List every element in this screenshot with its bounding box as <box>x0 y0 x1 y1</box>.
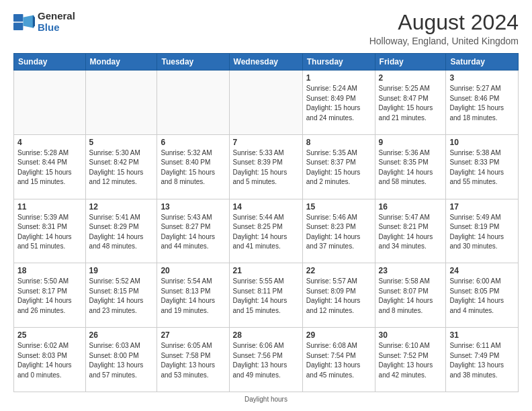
calendar-cell: 8Sunrise: 5:35 AM Sunset: 8:37 PM Daylig… <box>302 134 375 199</box>
calendar-cell: 1Sunrise: 5:24 AM Sunset: 8:49 PM Daylig… <box>302 71 375 135</box>
calendar-cell: 21Sunrise: 5:55 AM Sunset: 8:11 PM Dayli… <box>229 263 302 328</box>
day-info: Sunrise: 6:05 AM Sunset: 7:58 PM Dayligh… <box>161 341 225 380</box>
day-info: Sunrise: 5:54 AM Sunset: 8:13 PM Dayligh… <box>161 277 225 316</box>
day-info: Sunrise: 5:43 AM Sunset: 8:27 PM Dayligh… <box>161 213 225 252</box>
logo-line2: Blue <box>38 21 60 33</box>
day-number: 18 <box>17 266 82 275</box>
calendar-header-saturday: Saturday <box>446 54 519 71</box>
page: General Blue August 2024 Holloway, Engla… <box>0 0 532 411</box>
day-number: 29 <box>306 330 371 340</box>
day-number: 7 <box>233 138 299 147</box>
svg-rect-0 <box>13 14 23 21</box>
calendar-cell <box>14 71 86 135</box>
day-number: 22 <box>306 266 371 275</box>
day-info: Sunrise: 5:35 AM Sunset: 8:37 PM Dayligh… <box>306 148 371 187</box>
calendar-header-wednesday: Wednesday <box>229 54 302 71</box>
calendar-cell: 28Sunrise: 6:06 AM Sunset: 7:56 PM Dayli… <box>229 328 302 392</box>
day-number: 4 <box>17 138 82 147</box>
calendar-cell: 29Sunrise: 6:08 AM Sunset: 7:54 PM Dayli… <box>302 328 375 392</box>
calendar-week-2: 4Sunrise: 5:28 AM Sunset: 8:44 PM Daylig… <box>14 134 519 199</box>
day-info: Sunrise: 5:32 AM Sunset: 8:40 PM Dayligh… <box>161 148 225 187</box>
day-number: 26 <box>89 330 154 340</box>
day-number: 28 <box>233 330 299 340</box>
day-number: 24 <box>449 266 515 275</box>
day-number: 8 <box>306 138 371 147</box>
day-number: 5 <box>89 138 154 147</box>
calendar-cell: 6Sunrise: 5:32 AM Sunset: 8:40 PM Daylig… <box>157 134 229 199</box>
calendar-week-3: 11Sunrise: 5:39 AM Sunset: 8:31 PM Dayli… <box>14 199 519 263</box>
day-number: 14 <box>233 202 299 212</box>
calendar-header-row: SundayMondayTuesdayWednesdayThursdayFrid… <box>14 54 519 71</box>
calendar-cell: 17Sunrise: 5:49 AM Sunset: 8:19 PM Dayli… <box>446 199 519 263</box>
calendar-cell: 11Sunrise: 5:39 AM Sunset: 8:31 PM Dayli… <box>14 199 86 263</box>
day-number: 9 <box>379 138 443 147</box>
day-info: Sunrise: 6:06 AM Sunset: 7:56 PM Dayligh… <box>233 341 299 380</box>
calendar-cell: 30Sunrise: 6:10 AM Sunset: 7:52 PM Dayli… <box>375 328 446 392</box>
calendar-cell: 10Sunrise: 5:38 AM Sunset: 8:33 PM Dayli… <box>446 134 519 199</box>
calendar-cell: 2Sunrise: 5:25 AM Sunset: 8:47 PM Daylig… <box>375 71 446 135</box>
day-info: Sunrise: 6:11 AM Sunset: 7:49 PM Dayligh… <box>449 341 515 380</box>
calendar-header-friday: Friday <box>375 54 446 71</box>
day-info: Sunrise: 6:03 AM Sunset: 8:00 PM Dayligh… <box>89 341 154 380</box>
calendar-cell <box>229 71 302 135</box>
calendar-header-thursday: Thursday <box>302 54 375 71</box>
calendar-cell: 12Sunrise: 5:41 AM Sunset: 8:29 PM Dayli… <box>85 199 157 263</box>
day-info: Sunrise: 5:52 AM Sunset: 8:15 PM Dayligh… <box>89 277 154 316</box>
calendar-cell: 19Sunrise: 5:52 AM Sunset: 8:15 PM Dayli… <box>85 263 157 328</box>
day-number: 6 <box>161 138 225 147</box>
subtitle: Holloway, England, United Kingdom <box>369 36 519 46</box>
day-info: Sunrise: 5:41 AM Sunset: 8:29 PM Dayligh… <box>89 213 154 252</box>
calendar-cell <box>85 71 157 135</box>
day-info: Sunrise: 5:33 AM Sunset: 8:39 PM Dayligh… <box>233 148 299 187</box>
calendar-cell: 9Sunrise: 5:36 AM Sunset: 8:35 PM Daylig… <box>375 134 446 199</box>
calendar-cell: 18Sunrise: 5:50 AM Sunset: 8:17 PM Dayli… <box>14 263 86 328</box>
day-number: 17 <box>449 202 515 212</box>
day-number: 23 <box>379 266 443 275</box>
day-info: Sunrise: 5:49 AM Sunset: 8:19 PM Dayligh… <box>449 213 515 252</box>
calendar-week-5: 25Sunrise: 6:02 AM Sunset: 8:03 PM Dayli… <box>14 328 519 392</box>
day-number: 31 <box>449 330 515 340</box>
day-info: Sunrise: 5:25 AM Sunset: 8:47 PM Dayligh… <box>379 84 443 123</box>
day-info: Sunrise: 5:28 AM Sunset: 8:44 PM Dayligh… <box>17 148 82 187</box>
day-number: 27 <box>161 330 225 340</box>
day-info: Sunrise: 6:02 AM Sunset: 8:03 PM Dayligh… <box>17 341 82 380</box>
calendar-cell: 23Sunrise: 5:58 AM Sunset: 8:07 PM Dayli… <box>375 263 446 328</box>
logo-icon <box>13 13 35 32</box>
logo-line1: General <box>38 11 75 22</box>
day-info: Sunrise: 5:46 AM Sunset: 8:23 PM Dayligh… <box>306 213 371 252</box>
day-info: Sunrise: 5:44 AM Sunset: 8:25 PM Dayligh… <box>233 213 299 252</box>
svg-rect-1 <box>13 22 23 30</box>
day-info: Sunrise: 6:00 AM Sunset: 8:05 PM Dayligh… <box>449 277 515 316</box>
calendar-cell: 7Sunrise: 5:33 AM Sunset: 8:39 PM Daylig… <box>229 134 302 199</box>
calendar-cell: 26Sunrise: 6:03 AM Sunset: 8:00 PM Dayli… <box>85 328 157 392</box>
day-number: 25 <box>17 330 82 340</box>
calendar-cell: 27Sunrise: 6:05 AM Sunset: 7:58 PM Dayli… <box>157 328 229 392</box>
day-number: 10 <box>449 138 515 147</box>
day-info: Sunrise: 5:57 AM Sunset: 8:09 PM Dayligh… <box>306 277 371 316</box>
day-number: 19 <box>89 266 154 275</box>
calendar-table: SundayMondayTuesdayWednesdayThursdayFrid… <box>13 53 519 392</box>
day-info: Sunrise: 5:38 AM Sunset: 8:33 PM Dayligh… <box>449 148 515 187</box>
day-info: Sunrise: 6:08 AM Sunset: 7:54 PM Dayligh… <box>306 341 371 380</box>
main-title: August 2024 <box>369 11 519 34</box>
day-info: Sunrise: 5:55 AM Sunset: 8:11 PM Dayligh… <box>233 277 299 316</box>
logo-text: General Blue <box>38 11 75 33</box>
calendar-week-4: 18Sunrise: 5:50 AM Sunset: 8:17 PM Dayli… <box>14 263 519 328</box>
calendar-cell: 5Sunrise: 5:30 AM Sunset: 8:42 PM Daylig… <box>85 134 157 199</box>
day-number: 3 <box>449 73 515 83</box>
calendar-cell: 14Sunrise: 5:44 AM Sunset: 8:25 PM Dayli… <box>229 199 302 263</box>
day-number: 16 <box>379 202 443 212</box>
calendar-cell: 24Sunrise: 6:00 AM Sunset: 8:05 PM Dayli… <box>446 263 519 328</box>
day-info: Sunrise: 5:30 AM Sunset: 8:42 PM Dayligh… <box>89 148 154 187</box>
calendar-cell: 20Sunrise: 5:54 AM Sunset: 8:13 PM Dayli… <box>157 263 229 328</box>
calendar-cell: 25Sunrise: 6:02 AM Sunset: 8:03 PM Dayli… <box>14 328 86 392</box>
calendar-header-monday: Monday <box>85 54 157 71</box>
footer-note: Daylight hours <box>13 396 519 403</box>
calendar-cell: 15Sunrise: 5:46 AM Sunset: 8:23 PM Dayli… <box>302 199 375 263</box>
day-number: 30 <box>379 330 443 340</box>
day-info: Sunrise: 5:27 AM Sunset: 8:46 PM Dayligh… <box>449 84 515 123</box>
day-number: 15 <box>306 202 371 212</box>
calendar-cell: 4Sunrise: 5:28 AM Sunset: 8:44 PM Daylig… <box>14 134 86 199</box>
title-block: August 2024 Holloway, England, United Ki… <box>369 11 519 46</box>
day-number: 21 <box>233 266 299 275</box>
